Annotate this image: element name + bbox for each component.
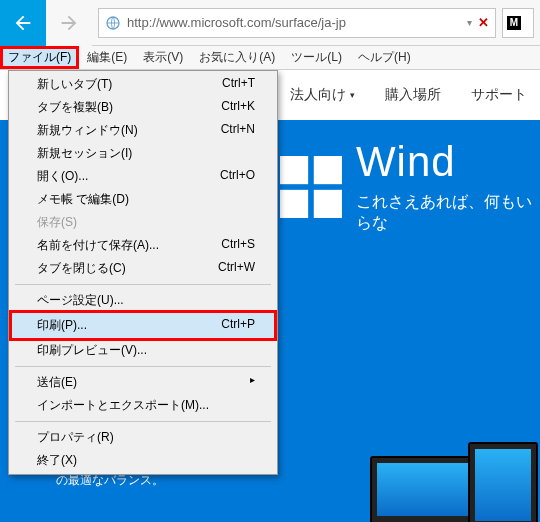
nav-support[interactable]: サポート xyxy=(471,86,527,104)
windows-logo-icon xyxy=(280,152,342,222)
menu-file[interactable]: ファイル(F) xyxy=(0,46,79,69)
dd-sep-1 xyxy=(15,284,271,285)
file-dropdown: 新しいタブ(T)Ctrl+T タブを複製(B)Ctrl+K 新規ウィンドウ(N)… xyxy=(8,70,278,475)
dd-close-tab[interactable]: タブを閉じる(C)Ctrl+W xyxy=(11,257,275,280)
dd-print-preview[interactable]: 印刷プレビュー(V)... xyxy=(11,339,275,362)
menu-tools[interactable]: ツール(L) xyxy=(283,46,350,69)
favorites-box[interactable]: M xyxy=(502,8,534,38)
dd-sep-3 xyxy=(15,421,271,422)
svg-rect-2 xyxy=(314,156,342,184)
dd-edit-notepad[interactable]: メモ帳 で編集(D) xyxy=(11,188,275,211)
m-logo-icon: M xyxy=(507,16,521,30)
svg-rect-1 xyxy=(280,156,308,184)
globe-icon xyxy=(105,15,121,31)
menu-edit[interactable]: 編集(E) xyxy=(79,46,135,69)
menu-bar: ファイル(F) 編集(E) 表示(V) お気に入り(A) ツール(L) ヘルプ(… xyxy=(0,46,540,70)
nav-business[interactable]: 法人向け▾ xyxy=(290,86,355,104)
menu-help[interactable]: ヘルプ(H) xyxy=(350,46,419,69)
nav-where-buy[interactable]: 購入場所 xyxy=(385,86,441,104)
svg-rect-3 xyxy=(280,190,308,218)
dropdown-chevron-icon[interactable]: ▾ xyxy=(467,17,472,28)
menu-favorites[interactable]: お気に入り(A) xyxy=(191,46,283,69)
svg-rect-4 xyxy=(314,190,342,218)
dd-open[interactable]: 開く(O)...Ctrl+O xyxy=(11,165,275,188)
dd-page-setup[interactable]: ページ設定(U)... xyxy=(11,289,275,312)
content-area: 法人向け▾ 購入場所 サポート Wind これさえあれば、何もいらな 学生や家族… xyxy=(0,70,540,522)
hero-section: Wind これさえあれば、何もいらな xyxy=(280,120,540,234)
dd-new-tab[interactable]: 新しいタブ(T)Ctrl+T xyxy=(11,73,275,96)
stop-refresh-icon[interactable]: ✕ xyxy=(478,15,489,30)
hero-title: Wind xyxy=(356,138,540,186)
forward-button xyxy=(46,0,92,46)
dd-print[interactable]: 印刷(P)...Ctrl+P xyxy=(11,312,275,339)
hero-subtitle: これさえあれば、何もいらな xyxy=(356,192,540,234)
url-text: http://www.microsoft.com/surface/ja-jp xyxy=(127,15,461,30)
dd-sep-2 xyxy=(15,366,271,367)
device-image xyxy=(370,408,540,522)
dd-new-window[interactable]: 新規ウィンドウ(N)Ctrl+N xyxy=(11,119,275,142)
back-button[interactable] xyxy=(0,0,46,46)
dd-new-session[interactable]: 新規セッション(I) xyxy=(11,142,275,165)
chevron-down-icon: ▾ xyxy=(350,90,355,100)
dd-import-export[interactable]: インポートとエクスポート(M)... xyxy=(11,394,275,417)
back-arrow-icon xyxy=(12,12,34,34)
dd-save-as[interactable]: 名前を付けて保存(A)...Ctrl+S xyxy=(11,234,275,257)
dd-save: 保存(S) xyxy=(11,211,275,234)
dd-properties[interactable]: プロパティ(R) xyxy=(11,426,275,449)
dd-exit[interactable]: 終了(X) xyxy=(11,449,275,472)
address-bar[interactable]: http://www.microsoft.com/surface/ja-jp ▾… xyxy=(98,8,496,38)
title-bar: http://www.microsoft.com/surface/ja-jp ▾… xyxy=(0,0,540,46)
forward-arrow-icon xyxy=(58,12,80,34)
dd-dup-tab[interactable]: タブを複製(B)Ctrl+K xyxy=(11,96,275,119)
dd-send[interactable]: 送信(E)▸ xyxy=(11,371,275,394)
menu-view[interactable]: 表示(V) xyxy=(135,46,191,69)
